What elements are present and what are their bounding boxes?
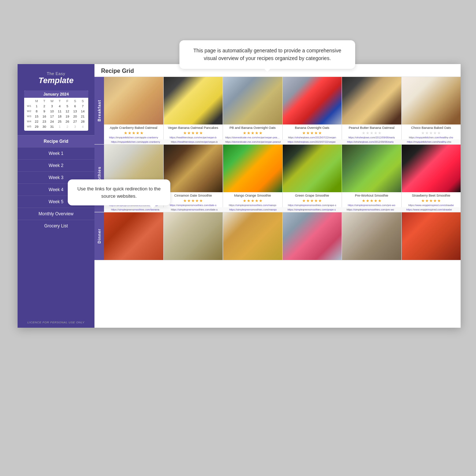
recipe-image-0-1 (164, 77, 223, 124)
recipe-link-1-1[interactable]: https://simplegreensmoothies.com/date-s (165, 204, 222, 207)
tooltip-overview: This page is automatically generated to … (179, 40, 355, 69)
recipe-cell-1-4: Pre-Workout Smoothie ★★★★★ https://simpl… (342, 145, 402, 207)
category-section-breakfast: Breakfast Apple Cranberry Baked Oatmeal … (94, 77, 461, 145)
sidebar-footer: LICENCE FOR PERSONAL USE ONLY (24, 317, 88, 328)
tooltip-links-text: Use the links for quick redirection to t… (77, 186, 161, 199)
recipe-cell-1-2: Mango Orange Smoothie ★★★★★ https://simp… (223, 145, 283, 207)
calendar-week-2: W2 891011121314 (26, 109, 87, 114)
recipe-stars-1-2: ★★★★★ (224, 198, 281, 203)
breakfast-images: Apple Cranberry Baked Oatmeal ★★★★★ http… (104, 77, 461, 140)
logo-small-text: The Easy (38, 71, 74, 76)
recipe-name-1-1: Cinnamon Date Smoothie (165, 194, 222, 198)
sidebar-logo: The Easy Template (35, 64, 77, 90)
recipe-link-0-2[interactable]: https://domesticate-me.com/recipe/vegan-… (224, 136, 281, 139)
calendar-week-1: W1 1234567 (26, 104, 87, 109)
recipe-stars-0-3: ★★★★★ (284, 131, 341, 135)
recipe-image-0-5 (402, 77, 461, 124)
recipe-stars-0-2: ★★★★★ (224, 131, 281, 135)
smoothies-links-row: https://simplegreensmoothies.com/banana-… (104, 207, 461, 212)
recipe-image-0-0 (104, 77, 163, 124)
recipe-info-1-5: Strawberry Beet Smoothie ★★★★★ https://w… (402, 192, 461, 207)
recipe-link-0-4[interactable]: https://ohsheglows.com/2012/09/06/early (343, 136, 400, 139)
recipe-name-1-2: Mango Orange Smoothie (224, 194, 281, 198)
recipe-link-1-5[interactable]: https://www.veggieinspired.com/strawbe (403, 204, 460, 207)
recipe-cell-0-5: Choco Banana Baked Oats ★★★★★ https://my… (402, 77, 461, 140)
sidebar-item-week2[interactable]: Week 2 (18, 159, 94, 171)
recipe-image-2-2 (223, 212, 282, 260)
dinner-images (104, 212, 461, 260)
recipe-link-1-3[interactable]: https://simplegreensmoothies.com/grape-s (284, 204, 341, 207)
calendar-week-4: W4 22232425262728 (26, 119, 87, 124)
recipe-image-2-5 (402, 212, 461, 260)
calendar-header: January 2024 (24, 90, 88, 98)
recipe-image-1-4 (342, 145, 401, 192)
recipe-link-1-4[interactable]: https://simplegreensmoothies.com/pre-wo (343, 204, 400, 207)
recipe-name-0-3: Banana Overnight Oats (284, 126, 341, 130)
recipe-link-1-2[interactable]: https://simplegreensmoothies.com/mango (224, 204, 281, 207)
recipe-cell-2-1 (164, 212, 223, 260)
recipe-link-0-0[interactable]: https://myquietkitchen.com/apple-cranber… (105, 136, 162, 139)
recipe-cell-2-5 (402, 212, 461, 260)
recipe-info-0-4: Peanut Butter Banana Oatmeal ★★★★★ https… (342, 124, 401, 140)
recipe-info-0-5: Choco Banana Baked Oats ★★★★★ https://my… (402, 124, 461, 140)
recipe-info-0-0: Apple Cranberry Baked Oatmeal ★★★★★ http… (104, 124, 163, 140)
sidebar-item-recipe-grid[interactable]: Recipe Grid (18, 135, 94, 147)
recipe-image-2-1 (164, 212, 223, 260)
calendar-days-header: M T W T F S S (26, 99, 87, 103)
recipe-name-0-5: Choco Banana Baked Oats (403, 126, 460, 130)
recipe-info-0-2: PB and Banana Overnight Oats ★★★★★ https… (223, 124, 282, 140)
recipe-name-0-1: Vegan Banana Oatmeal Pancakes (165, 126, 222, 130)
recipe-cell-0-3: Banana Overnight Oats ★★★★★ https://ohsh… (283, 77, 342, 140)
recipe-image-1-5 (402, 145, 461, 192)
recipe-info-0-1: Vegan Banana Oatmeal Pancakes ★★★★★ http… (164, 124, 223, 140)
recipe-image-0-4 (342, 77, 401, 124)
calendar-widget: January 2024 M T W T F S S W1 1234567 (24, 90, 88, 131)
recipe-cell-0-0: Apple Cranberry Baked Oatmeal ★★★★★ http… (104, 77, 164, 140)
recipe-info-1-1: Cinnamon Date Smoothie ★★★★★ https://sim… (164, 192, 223, 207)
recipe-cell-2-3 (283, 212, 342, 260)
sidebar-item-grocery[interactable]: Grocery List (18, 220, 94, 232)
breakfast-recipes-row: Apple Cranberry Baked Oatmeal ★★★★★ http… (104, 77, 461, 144)
logo-big-text: Template (38, 76, 74, 85)
category-label-dinner: Dinner (94, 212, 104, 260)
recipe-name-1-3: Green Grape Smoothie (284, 194, 341, 198)
recipe-cell-1-5: Strawberry Beet Smoothie ★★★★★ https://w… (402, 145, 461, 207)
calendar-grid: M T W T F S S W1 1234567 W2 891011121314 (24, 98, 88, 131)
calendar-week-5: W5 2930311234 (26, 124, 87, 129)
tooltip-links: Use the links for quick redirection to t… (68, 179, 170, 205)
recipe-link-0-3[interactable]: https://ohsheglows.com/2015/07/22/vegan (284, 136, 341, 139)
recipe-stars-0-0: ★★★★★ (105, 131, 162, 135)
recipe-stars-0-4: ★★★★★ (343, 131, 400, 135)
recipe-cell-1-3: Green Grape Smoothie ★★★★★ https://simpl… (283, 145, 342, 207)
recipe-info-1-3: Green Grape Smoothie ★★★★★ https://simpl… (283, 192, 342, 207)
recipe-stars-1-5: ★★★★★ (403, 198, 460, 203)
recipe-stars-0-5: ★★★★★ (403, 131, 460, 135)
recipe-cell-2-0 (104, 212, 164, 260)
sidebar-item-week1[interactable]: Week 1 (18, 147, 94, 159)
recipe-cell-0-2: PB and Banana Overnight Oats ★★★★★ https… (223, 77, 283, 140)
recipe-link-0-5[interactable]: https://myquietkitchen.com/healthy-cho (403, 136, 460, 139)
recipe-info-1-4: Pre-Workout Smoothie ★★★★★ https://simpl… (342, 192, 401, 207)
recipe-name-0-2: PB and Banana Overnight Oats (224, 126, 281, 130)
recipe-image-1-2 (223, 145, 282, 192)
recipe-cell-2-4 (342, 212, 402, 260)
recipe-name-0-0: Apple Cranberry Baked Oatmeal (105, 126, 162, 130)
breakfast-links-row: https://myquietkitchen.com/apple-cranber… (104, 140, 461, 144)
recipe-cell-1-1: Cinnamon Date Smoothie ★★★★★ https://sim… (164, 145, 223, 207)
dinner-recipes-row (104, 212, 461, 260)
recipe-image-0-2 (223, 77, 282, 124)
recipe-stars-1-1: ★★★★★ (165, 198, 222, 203)
recipe-cell-2-2 (223, 212, 283, 260)
recipe-stars-0-1: ★★★★★ (165, 131, 222, 135)
recipe-image-1-3 (283, 145, 342, 192)
recipe-cell-0-1: Vegan Banana Oatmeal Pancakes ★★★★★ http… (164, 77, 223, 140)
recipe-name-1-5: Strawberry Beet Smoothie (403, 194, 460, 198)
recipe-name-0-4: Peanut Butter Banana Oatmeal (343, 126, 400, 130)
recipe-info-0-3: Banana Overnight Oats ★★★★★ https://ohsh… (283, 124, 342, 140)
recipe-link-0-1[interactable]: https://healthiersteps.com/recipe/vegan-… (165, 136, 222, 139)
recipe-image-1-1 (164, 145, 223, 192)
sidebar-item-monthly[interactable]: Monthly Overview (18, 208, 94, 220)
recipe-image-0-3 (283, 77, 342, 124)
recipe-image-2-3 (283, 212, 342, 260)
recipe-image-2-4 (342, 212, 401, 260)
